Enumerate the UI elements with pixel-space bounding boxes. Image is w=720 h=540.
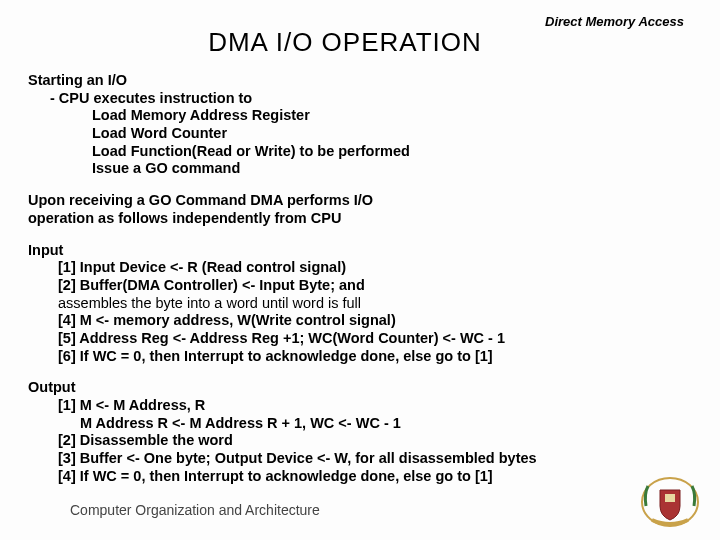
text-line: [1] M <- M Address, R xyxy=(28,397,692,415)
slide-title: DMA I/O OPERATION xyxy=(0,27,692,58)
text-line: assembles the byte into a word until wor… xyxy=(58,295,361,311)
text-line: [5] Address Reg <- Address Reg +1; WC(Wo… xyxy=(28,330,692,348)
section-starting-io: Starting an I/O - CPU executes instructi… xyxy=(28,72,692,178)
text-line: operation as follows independently from … xyxy=(28,210,692,228)
text-line: - CPU executes instruction to xyxy=(28,90,692,108)
text-line: [4] If WC = 0, then Interrupt to acknowl… xyxy=(28,468,692,486)
text-line: Input xyxy=(28,242,692,260)
section-output: Output [1] M <- M Address, R M Address R… xyxy=(28,379,692,485)
footer-text: Computer Organization and Architecture xyxy=(70,502,320,518)
text-line: Load Memory Address Register xyxy=(28,107,692,125)
slide: Direct Memory Access DMA I/O OPERATION S… xyxy=(0,0,720,485)
text-line: [3] Buffer <- One byte; Output Device <-… xyxy=(28,450,692,468)
crest-logo-icon xyxy=(638,472,702,530)
text-line: Load Word Counter xyxy=(28,125,692,143)
text-line: [1] Input Device <- R (Read control sign… xyxy=(28,259,692,277)
section-input: Input [1] Input Device <- R (Read contro… xyxy=(28,242,692,366)
text-line: [4] M <- memory address, W(Write control… xyxy=(28,312,692,330)
text-line: [2] Disassemble the word xyxy=(28,432,692,450)
svg-rect-1 xyxy=(665,494,675,502)
section-go-command: Upon receiving a GO Command DMA performs… xyxy=(28,192,692,227)
text-line: M Address R <- M Address R + 1, WC <- WC… xyxy=(28,415,692,433)
text-line: [2] Buffer(DMA Controller) <- Input Byte… xyxy=(28,277,692,295)
text-line: Upon receiving a GO Command DMA performs… xyxy=(28,192,692,210)
text-line: Issue a GO command xyxy=(28,160,692,178)
text-line: Starting an I/O xyxy=(28,72,692,90)
text-line: Load Function(Read or Write) to be perfo… xyxy=(28,143,692,161)
text-line: Output xyxy=(28,379,692,397)
text-line: [6] If WC = 0, then Interrupt to acknowl… xyxy=(28,348,692,366)
